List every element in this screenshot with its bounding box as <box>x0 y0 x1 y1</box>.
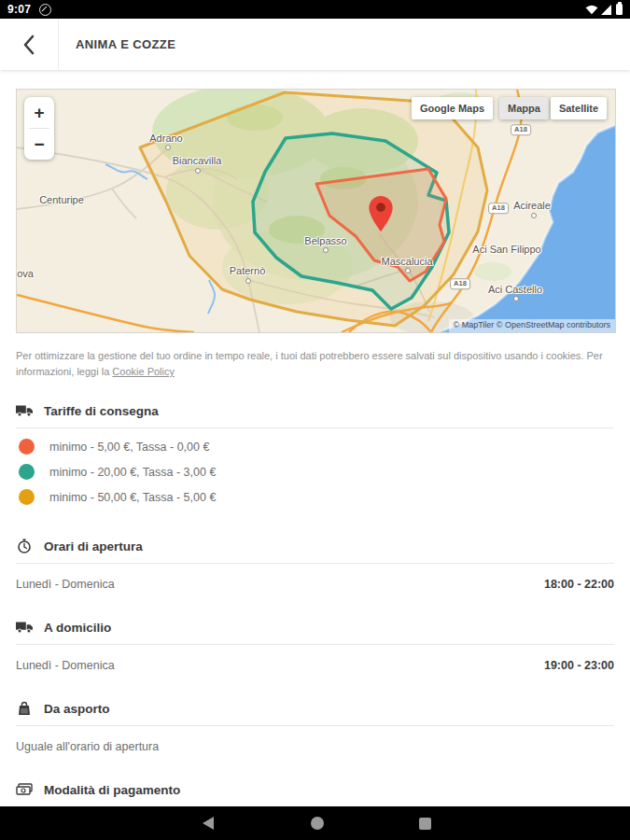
town-marker-dot <box>245 278 251 284</box>
app-screen: 9:07 ANIMA E COZZE <box>0 0 630 840</box>
shopping-bag-icon <box>16 700 33 717</box>
wifi-icon <box>585 4 598 15</box>
fee-text: minimo - 20,00 €, Tassa - 3,00 € <box>49 466 216 479</box>
cell-signal-icon <box>601 5 611 15</box>
zone-color-dot <box>19 439 35 455</box>
map-label-town: Mascalucia <box>381 256 432 267</box>
section-title: A domicilio <box>44 621 111 635</box>
map-zoom-control: + − <box>24 97 54 160</box>
divider <box>16 644 614 645</box>
section-opening-hours: Orari di apertura <box>16 538 614 554</box>
hours-row: Lunedì - Domenica 19:00 - 23:00 <box>16 659 614 672</box>
cash-icon <box>16 781 33 798</box>
section-title: Orari di apertura <box>44 539 143 553</box>
map-label-town: Aci San Filippo <box>472 244 540 255</box>
map-label-town: Aci Castello <box>488 284 542 295</box>
town-marker-dot <box>165 145 171 150</box>
zoom-in-button[interactable]: + <box>24 97 54 128</box>
section-payment: Modalità di pagamento <box>16 781 614 798</box>
hours-time: 18:00 - 22:00 <box>544 578 614 591</box>
status-bar: 9:07 <box>0 0 630 19</box>
page-title: ANIMA E COZZE <box>76 37 175 51</box>
town-marker-dot <box>405 268 411 273</box>
delivery-truck-icon <box>16 402 33 419</box>
map-attribution[interactable]: © MapTiler © OpenStreetMap contributors <box>449 319 616 332</box>
nav-back-icon[interactable] <box>203 817 214 830</box>
hours-days: Lunedì - Domenica <box>16 659 115 672</box>
town-marker-dot <box>323 247 329 253</box>
road-shield-a18: A18 <box>511 124 531 135</box>
map-label-town: Acireale <box>513 200 551 211</box>
notification-blocked-icon <box>39 4 51 16</box>
battery-icon <box>616 4 623 15</box>
nav-recents-icon[interactable] <box>419 818 431 830</box>
town-marker-dot <box>513 296 519 301</box>
cookie-notice-text: Per ottimizzare la gestione del tuo ordi… <box>16 350 603 377</box>
map-label-town: Centuripe <box>39 194 84 205</box>
fee-text: minimo - 50,00 €, Tassa - 5,00 € <box>49 491 216 504</box>
road-shield-a18: A18 <box>488 203 509 214</box>
clock-time: 9:07 <box>7 3 31 16</box>
town-marker-dot <box>195 168 201 174</box>
map-label-town: Paternò <box>230 265 266 276</box>
section-home-delivery: A domicilio <box>16 619 614 636</box>
content: Adrano Biancavilla Centuripe Belpasso Pa… <box>0 70 630 840</box>
fee-text: minimo - 5,00 €, Tassa - 0,00 € <box>49 441 209 454</box>
restaurant-pin-icon <box>369 196 393 235</box>
zoom-out-button[interactable]: − <box>24 129 54 160</box>
delivery-truck-icon <box>16 619 33 636</box>
clock-icon <box>16 538 33 554</box>
section-title: Tariffe di consegna <box>44 404 159 418</box>
section-delivery-fees: Tariffe di consegna <box>16 402 614 419</box>
cookie-policy-link[interactable]: Cookie Policy <box>112 366 175 377</box>
app-bar: ANIMA E COZZE <box>0 19 630 70</box>
takeaway-note: Uguale all'orario di apertura <box>16 740 614 753</box>
hours-days: Lunedì - Domenica <box>16 578 115 591</box>
map-label-town-partial: uova <box>16 268 34 279</box>
map-label-town: Belpasso <box>304 235 346 246</box>
section-title: Da asporto <box>44 702 110 716</box>
zone-color-dot <box>19 489 35 505</box>
delivery-fee-list: minimo - 5,00 €, Tassa - 0,00 € minimo -… <box>16 434 614 510</box>
fee-item: minimo - 50,00 €, Tassa - 5,00 € <box>16 484 614 510</box>
road-shield-a18: A18 <box>450 278 470 289</box>
divider <box>16 725 614 726</box>
chevron-left-icon <box>21 33 37 57</box>
hours-row: Lunedì - Domenica 18:00 - 22:00 <box>16 578 614 591</box>
map-label-town: Biancavilla <box>173 155 222 166</box>
town-marker-dot <box>531 213 537 218</box>
android-navigation-bar <box>0 806 630 840</box>
hours-time: 19:00 - 23:00 <box>544 659 614 672</box>
zone-color-dot <box>19 464 35 480</box>
map-layer-satellite-button[interactable]: Satellite <box>551 97 607 119</box>
delivery-zones-map[interactable]: Adrano Biancavilla Centuripe Belpasso Pa… <box>16 89 616 333</box>
section-title: Modalità di pagamento <box>44 783 180 797</box>
fee-item: minimo - 20,00 €, Tassa - 3,00 € <box>16 459 614 484</box>
app-bar-divider <box>58 19 59 70</box>
section-takeaway: Da asporto <box>16 700 614 717</box>
fee-item: minimo - 5,00 €, Tassa - 0,00 € <box>16 434 614 459</box>
cookie-notice: Per ottimizzare la gestione del tuo ordi… <box>16 348 614 380</box>
map-layer-mappa-button[interactable]: Mappa <box>499 97 549 119</box>
nav-home-icon[interactable] <box>311 817 324 830</box>
google-maps-button[interactable]: Google Maps <box>412 97 493 119</box>
back-button[interactable] <box>0 19 58 70</box>
divider <box>16 563 614 564</box>
map-label-town: Adrano <box>149 133 182 144</box>
map-layer-controls: Google Maps Mappa Satellite <box>412 97 607 119</box>
divider <box>16 427 614 428</box>
